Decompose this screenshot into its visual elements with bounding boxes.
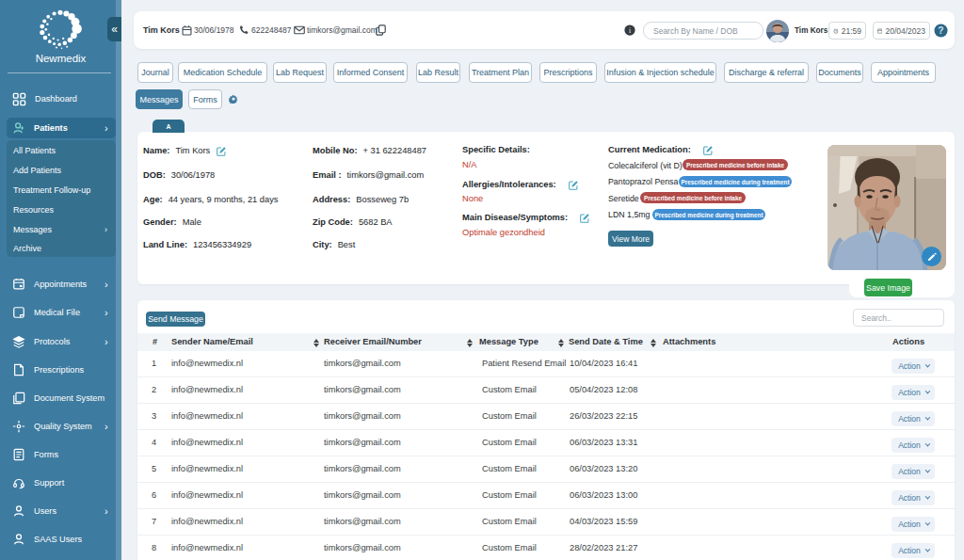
svg-text:i: i [629,26,631,35]
svg-text:?: ? [938,25,943,36]
